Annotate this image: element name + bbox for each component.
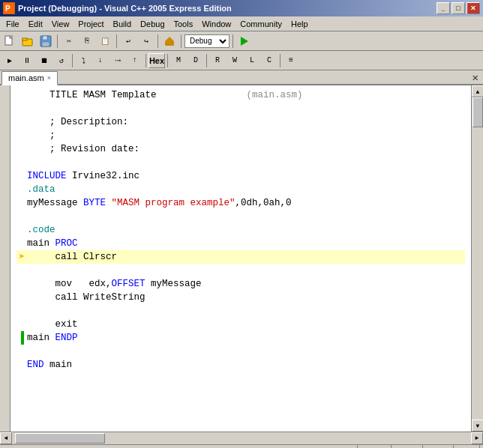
hscroll-right-button[interactable]: ► <box>471 432 483 444</box>
registers-button[interactable]: R <box>209 53 226 68</box>
code-line-11: .code <box>16 223 465 237</box>
toolbar2: ▶ ⏸ ⏹ ↺ ⤵ ↓ ⤏ ↑ Hex M D R W L C ≡ <box>0 51 483 70</box>
sep8 <box>167 54 168 67</box>
sep5 <box>232 34 233 48</box>
menu-window[interactable]: Window <box>197 18 236 30</box>
scroll-up-button[interactable]: ▲ <box>472 85 483 97</box>
copy-button[interactable]: ⎘ <box>79 34 95 49</box>
redo-button[interactable]: ↪ <box>138 34 154 49</box>
build-config-dropdown[interactable]: Debug Release <box>184 34 230 48</box>
menu-bar: File Edit View Project Build Debug Tools… <box>0 16 483 31</box>
new-button[interactable] <box>2 34 18 49</box>
code-line-2 <box>16 102 465 115</box>
title-controls[interactable]: _ □ ✕ <box>436 2 480 14</box>
undo-button[interactable]: ↩ <box>120 34 136 49</box>
code-container: TITLE MASM Template (main.asm) ; Descrip… <box>0 85 483 432</box>
hex-button[interactable]: Hex <box>148 53 165 68</box>
code-line-1: TITLE MASM Template (main.asm) <box>16 88 465 102</box>
code-line-9: myMessage BYTE "MASM program example",0d… <box>16 196 465 210</box>
tab-bar: main.asm × ✕ <box>0 70 483 85</box>
code-line-4: ; <box>16 129 465 142</box>
call-stack-button[interactable]: C <box>261 53 278 68</box>
cut-button[interactable]: ✂ <box>61 34 77 49</box>
menu-view[interactable]: View <box>47 18 74 30</box>
code-line-19: main ENDP <box>16 331 465 345</box>
open-button[interactable] <box>20 34 36 49</box>
restart-button[interactable]: ↺ <box>53 53 70 68</box>
minimize-button[interactable]: _ <box>436 2 450 14</box>
title-text: Project (Debugging) - Visual C++ 2005 Ex… <box>18 4 232 13</box>
show-next-statement[interactable]: ⤵ <box>75 53 92 68</box>
menu-project[interactable]: Project <box>74 18 108 30</box>
code-editor[interactable]: TITLE MASM Template (main.asm) ; Descrip… <box>10 85 471 432</box>
sep4 <box>181 34 182 48</box>
hscroll-track[interactable] <box>12 432 471 444</box>
horizontal-scrollbar[interactable]: ◄ ► <box>0 432 483 444</box>
step-over[interactable]: ⤏ <box>110 53 126 68</box>
maximize-button[interactable]: □ <box>452 2 465 14</box>
line-marker-19 <box>16 331 27 345</box>
menu-edit[interactable]: Edit <box>24 18 47 30</box>
more-debug-btn[interactable]: ≡ <box>283 53 299 68</box>
svg-text:P: P <box>5 4 10 13</box>
sep10 <box>280 54 280 67</box>
break-button[interactable]: ⏸ <box>19 53 35 68</box>
step-out[interactable]: ↑ <box>127 53 143 68</box>
disasm-button[interactable]: D <box>188 53 204 68</box>
step-into[interactable]: ↓ <box>92 53 109 68</box>
hscroll-thumb[interactable] <box>15 433 105 444</box>
close-all-tabs-button[interactable]: ✕ <box>470 71 482 84</box>
status-bar: Ready Ln 13 Col 1 Ch 1 INS <box>0 444 483 448</box>
sep9 <box>206 54 207 67</box>
scroll-down-button[interactable]: ▼ <box>472 420 483 432</box>
memory-button[interactable]: M <box>170 53 187 68</box>
sep1 <box>57 34 58 48</box>
code-line-8: .data <box>16 183 465 196</box>
close-button[interactable]: ✕ <box>466 2 480 14</box>
paste-button[interactable]: 📋 <box>97 34 113 49</box>
build-button[interactable] <box>161 34 178 49</box>
hscroll-left-button[interactable]: ◄ <box>0 432 12 444</box>
run-button[interactable] <box>236 34 253 49</box>
status-ready: Ready <box>3 445 358 448</box>
toolbar1: ✂ ⎘ 📋 ↩ ↪ Debug Release <box>0 31 483 51</box>
save-button[interactable] <box>38 34 54 49</box>
menu-help[interactable]: Help <box>286 18 313 30</box>
svg-rect-9 <box>43 36 47 40</box>
title-bar: P Project (Debugging) - Visual C++ 2005 … <box>0 0 483 16</box>
code-line-12: main PROC <box>16 237 465 250</box>
code-line-16: call WriteString <box>16 291 465 304</box>
sep6 <box>72 54 73 67</box>
menu-community[interactable]: Community <box>236 18 286 30</box>
menu-debug[interactable]: Debug <box>136 18 169 30</box>
scroll-thumb[interactable] <box>472 97 483 127</box>
menu-build[interactable]: Build <box>109 18 136 30</box>
svg-rect-10 <box>42 42 50 46</box>
menu-file[interactable]: File <box>2 18 24 30</box>
watch-button[interactable]: W <box>226 53 243 68</box>
code-line-13: ➤ call Clrscr <box>16 250 465 264</box>
code-line-14 <box>16 264 465 277</box>
locals-button[interactable]: L <box>244 53 260 68</box>
svg-rect-7 <box>22 38 27 40</box>
tab-main-asm[interactable]: main.asm × <box>2 71 58 85</box>
line-marker-13: ➤ <box>16 252 27 262</box>
code-line-10 <box>16 210 465 223</box>
code-line-18: exit <box>16 318 465 331</box>
code-line-5: ; Revision date: <box>16 142 465 156</box>
code-line-7: INCLUDE Irvine32.inc <box>16 169 465 183</box>
status-ins: INS <box>454 445 480 448</box>
scroll-track[interactable] <box>472 97 483 420</box>
status-ln: Ln 13 <box>358 445 392 448</box>
code-line-20 <box>16 345 465 358</box>
code-line-3: ; Description: <box>16 115 465 129</box>
code-line-17 <box>16 304 465 318</box>
menu-tools[interactable]: Tools <box>170 18 198 30</box>
sep2 <box>116 34 117 48</box>
stop-button[interactable]: ⏹ <box>36 53 52 68</box>
tab-close-button[interactable]: × <box>47 74 51 82</box>
vertical-scrollbar[interactable]: ▲ ▼ <box>471 85 483 432</box>
status-col: Col 1 <box>392 445 424 448</box>
continue-button[interactable]: ▶ <box>2 53 18 68</box>
tab-label: main.asm <box>8 73 44 82</box>
